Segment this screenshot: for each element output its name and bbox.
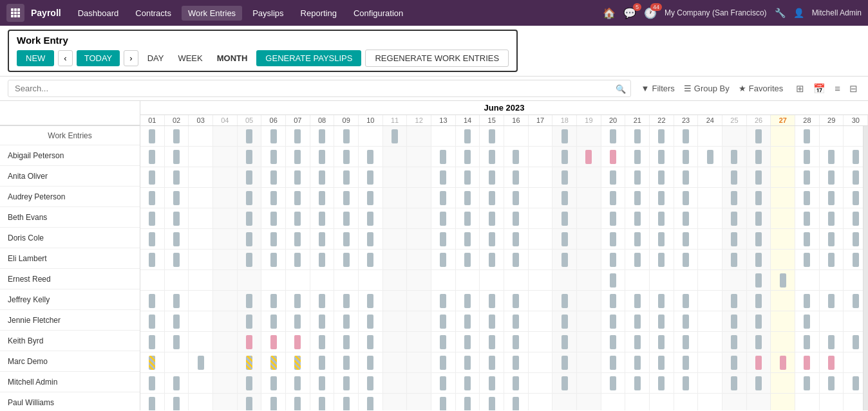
grid-cell[interactable] [431, 373, 456, 393]
grid-cell[interactable] [529, 167, 553, 187]
grid-cell[interactable] [601, 147, 626, 167]
view-week-button[interactable]: WEEK [173, 51, 207, 66]
grid-cell[interactable] [747, 394, 771, 410]
grid-cell[interactable] [625, 208, 650, 228]
grid-cell[interactable] [795, 147, 820, 167]
grid-cell[interactable] [334, 229, 359, 249]
grid-cell[interactable] [552, 394, 577, 410]
grid-cell[interactable] [529, 394, 553, 410]
prev-button[interactable]: ‹ [58, 50, 72, 66]
grid-cell[interactable] [529, 311, 553, 331]
grid-cell[interactable] [238, 126, 262, 146]
grid-cell[interactable] [261, 126, 286, 146]
grid-cell[interactable] [747, 147, 771, 167]
grid-cell[interactable] [383, 250, 408, 269]
grid-cell[interactable] [795, 373, 820, 393]
grid-cell[interactable] [820, 394, 844, 410]
grid-cell[interactable] [747, 188, 771, 208]
nav-payslips[interactable]: Payslips [246, 6, 290, 21]
grid-cell[interactable] [747, 167, 771, 187]
grid-cell[interactable] [310, 250, 335, 269]
grid-cell[interactable] [310, 229, 335, 249]
new-button[interactable]: NEW [17, 50, 54, 66]
grid-cell[interactable] [310, 126, 335, 146]
grid-cell[interactable] [383, 311, 408, 331]
grid-cell[interactable] [820, 229, 844, 249]
grid-row[interactable] [140, 311, 868, 332]
grid-cell[interactable] [625, 311, 650, 331]
grid-cell[interactable] [238, 291, 262, 311]
grid-row[interactable] [140, 250, 868, 270]
grid-cell[interactable] [480, 126, 504, 146]
grid-cell[interactable] [286, 147, 310, 167]
next-button[interactable]: › [124, 50, 138, 66]
grid-cell[interactable] [577, 394, 601, 410]
grid-cell[interactable] [213, 147, 238, 167]
grid-cell[interactable] [552, 270, 577, 290]
grid-cell[interactable] [165, 126, 189, 146]
grid-cell[interactable] [456, 167, 480, 187]
grid-cell[interactable] [213, 250, 238, 269]
grid-cell[interactable] [698, 270, 722, 290]
grid-cell[interactable] [795, 291, 820, 311]
grid-cell[interactable] [601, 229, 626, 249]
grid-cell[interactable] [747, 373, 771, 393]
calendar-view-icon[interactable]: 📅 [811, 82, 828, 96]
grid-cell[interactable] [601, 332, 626, 352]
grid-cell[interactable] [820, 332, 844, 352]
grid-cell[interactable] [650, 311, 674, 331]
grid-cell[interactable] [577, 188, 601, 208]
grid-cell[interactable] [722, 332, 747, 352]
grid-cell[interactable] [698, 208, 722, 228]
grid-cell[interactable] [238, 332, 262, 352]
grid-cell[interactable] [552, 291, 577, 311]
grid-cell[interactable] [334, 352, 359, 372]
grid-cell[interactable] [650, 373, 674, 393]
grid-cell[interactable] [698, 373, 722, 393]
grid-cell[interactable] [189, 291, 213, 311]
grid-cell[interactable] [504, 126, 529, 146]
grid-cell[interactable] [334, 188, 359, 208]
grid-cell[interactable] [552, 229, 577, 249]
grid-cell[interactable] [140, 126, 165, 146]
grid-cell[interactable] [480, 147, 504, 167]
grid-cell[interactable] [674, 332, 699, 352]
grid-cell[interactable] [674, 229, 699, 249]
grid-cell[interactable] [674, 373, 699, 393]
grid-cell[interactable] [820, 126, 844, 146]
grid-cell[interactable] [431, 332, 456, 352]
grid-cell[interactable] [722, 394, 747, 410]
tools-icon[interactable]: 🔧 [775, 8, 786, 18]
grid-cell[interactable] [359, 147, 383, 167]
grid-cell[interactable] [625, 352, 650, 372]
grid-cell[interactable] [601, 250, 626, 269]
grid-cell[interactable] [552, 167, 577, 187]
today-button[interactable]: TODAY [77, 50, 120, 66]
grid-cell[interactable] [795, 352, 820, 372]
grid-cell[interactable] [698, 250, 722, 269]
grid-cell[interactable] [820, 311, 844, 331]
grid-cell[interactable] [286, 208, 310, 228]
grid-cell[interactable] [650, 229, 674, 249]
grid-cell[interactable] [431, 229, 456, 249]
grid-cell[interactable] [359, 352, 383, 372]
grid-cell[interactable] [189, 270, 213, 290]
grid-cell[interactable] [140, 229, 165, 249]
grid-cell[interactable] [431, 352, 456, 372]
grid-cell[interactable] [674, 208, 699, 228]
grid-cell[interactable] [213, 229, 238, 249]
grid-cell[interactable] [601, 126, 626, 146]
grid-cell[interactable] [820, 352, 844, 372]
grid-cell[interactable] [189, 167, 213, 187]
grid-cell[interactable] [504, 394, 529, 410]
grid-cell[interactable] [383, 373, 408, 393]
grid-cell[interactable] [213, 394, 238, 410]
grid-cell[interactable] [674, 394, 699, 410]
grid-cell[interactable] [747, 270, 771, 290]
grid-cell[interactable] [286, 394, 310, 410]
grid-cell[interactable] [238, 250, 262, 269]
grid-cell[interactable] [261, 188, 286, 208]
grid-cell[interactable] [334, 147, 359, 167]
grid-cell[interactable] [140, 270, 165, 290]
grid-cell[interactable] [286, 311, 310, 331]
